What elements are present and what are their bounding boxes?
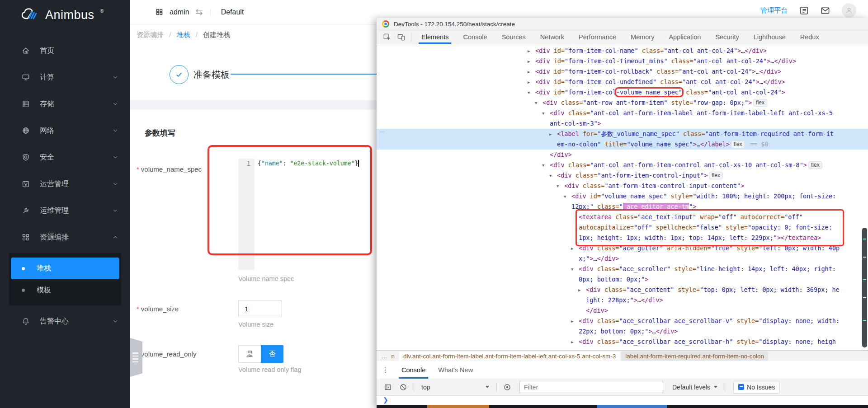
elements-scrollbar[interactable] [862,228,867,347]
tree-line[interactable]: ▼<div class="ant-form-item-control-input… [377,170,868,181]
devtools-tab-security[interactable]: Security [708,30,746,44]
devtools-tab-sources[interactable]: Sources [495,30,533,44]
live-expression-eye-icon[interactable] [503,383,511,391]
crumb-label-selected[interactable]: label.ant-form-item-required.ant-form-it… [621,352,768,361]
kebab-menu-icon[interactable]: ⋮ [382,366,389,374]
volume-name-spec-editor[interactable]: 1 {"name": "e2e-stack-volume"} [238,159,367,270]
expand-arrow-open-icon[interactable]: ▼ [571,264,579,275]
breadcrumb-orchestration[interactable]: 资源编排 [137,31,164,38]
tree-line[interactable]: </div> [377,150,868,160]
admin-platform-link[interactable]: 管理平台 [760,6,788,15]
tree-line[interactable]: </div> [377,305,868,316]
tree-line[interactable]: em-no-colon" title="volume_name_spec">…<… [377,139,868,150]
expand-arrow-closed-icon[interactable]: ▶ [578,285,586,295]
sidebar-item-5[interactable]: 运营管理 [0,173,130,195]
sidebar-item-4[interactable]: 安全 [0,146,130,168]
tree-line[interactable]: ▼<div id="form-item-col-volume_name_spec… [377,87,868,98]
sidebar-item-0[interactable]: 首页 [0,40,130,61]
volume-size-input[interactable] [238,300,282,317]
avatar[interactable] [842,3,856,18]
sidebar-item-alarm[interactable]: 告警中心 [0,310,130,332]
tree-line[interactable]: <textarea class="ace_text-input" wrap="o… [377,212,868,222]
device-toolbar-icon[interactable] [397,33,406,42]
tree-line[interactable]: ▶<div id="form-item-col-name" class="ant… [377,46,868,56]
tree-line[interactable]: ▼<div class="ant-form-item-control-input… [377,181,868,191]
node-hover-ellipsis[interactable]: … [379,127,386,134]
crumb-label-div[interactable]: div.ant-col.ant-form-item-label.ant-form… [399,352,620,361]
tree-line[interactable]: autocapitalize="off" spellcheck="false" … [377,222,868,233]
no-issues-button[interactable]: No Issues [733,381,780,394]
sidebar-subitem[interactable]: 堆栈 [11,258,119,279]
tree-line[interactable]: ▼<div class="ant-col ant-form-item-label… [377,108,868,118]
tree-line[interactable]: ▼<div class="ant-col ant-form-item-contr… [377,160,868,170]
drawer-tab-whats-new[interactable]: What's New [432,361,479,379]
toggle-yes-button[interactable]: 是 [238,345,261,363]
context-selector[interactable]: top [421,384,489,391]
tree-line[interactable]: ▶<label for="参数_volume_name_spec" class=… [377,129,868,139]
drawer-tab-console[interactable]: Console [395,361,432,379]
sidebar-item-7[interactable]: 资源编排 [0,226,130,248]
devtools-tab-application[interactable]: Application [661,30,708,44]
tree-line[interactable]: 1px; height: 1px; width: 1px; top: 14px;… [377,233,868,243]
sidebar-item-1[interactable]: 计算 [0,66,130,88]
inspect-element-icon[interactable] [383,33,392,42]
devtools-tab-redux[interactable]: Redux [793,30,826,44]
log-levels-dropdown[interactable]: Default levels [672,384,717,391]
sidebar-subitem[interactable]: 模板 [11,279,119,301]
tree-line[interactable]: ▶<div id="form-item-col-undefined" class… [377,77,868,87]
tree-line[interactable]: ▶<div id="form-item-col-rollback" class=… [377,66,868,77]
sidebar-item-6[interactable]: 运维管理 [0,200,130,221]
expand-arrow-open-icon[interactable]: ▼ [557,181,564,192]
tree-line[interactable]: ant-col-sm-3"> [377,118,868,129]
tree-line[interactable]: ▶<div id="form-item-col-timeout_mins" cl… [377,56,868,66]
tree-line[interactable]: ▼<div class="ant-row ant-form-item" styl… [377,98,868,108]
expand-arrow-closed-icon[interactable]: ▶ [549,129,557,140]
tree-line[interactable]: 0px; bottom: 0px;"> [377,274,868,285]
current-project[interactable]: Default [221,8,244,16]
expand-arrow-closed-icon[interactable]: ▶ [528,46,535,56]
expand-arrow-closed-icon[interactable]: ▶ [528,77,535,88]
expand-arrow-closed-icon[interactable]: ▶ [528,67,535,77]
current-user[interactable]: admin [170,8,189,16]
sidebar-item-3[interactable]: 网络 [0,120,130,141]
breadcrumb-stack[interactable]: 堆栈 [177,31,190,38]
collapse-drawer-handle[interactable] [130,338,142,377]
tree-line[interactable]: ▶<div class="ace_scrollbar ace_scrollbar… [377,337,868,347]
devtools-tab-elements[interactable]: Elements [414,30,456,44]
flex-badge[interactable]: flex [731,141,745,148]
expand-arrow-open-icon[interactable]: ▼ [564,192,571,202]
tree-line[interactable]: 12px;" class=" ace_editor ace-tm"> [377,202,868,212]
devtools-tab-network[interactable]: Network [533,30,571,44]
flex-badge[interactable]: flex [753,99,767,107]
tree-line[interactable]: ▼<div class="ace_scroller" style="line-h… [377,264,868,274]
console-filter-input[interactable] [519,381,663,393]
expand-arrow-open-icon[interactable]: ▼ [528,88,535,98]
app-grid-icon[interactable] [156,8,163,16]
devtools-tab-performance[interactable]: Performance [571,30,623,44]
console-sidebar-toggle-icon[interactable] [384,383,392,391]
expand-arrow-open-icon[interactable]: ▼ [535,98,542,108]
tree-line[interactable]: x;">…</div> [377,253,868,264]
tree-line[interactable]: 22px; bottom: 0px;">…</div> [377,326,868,337]
expand-arrow-closed-icon[interactable]: ▶ [528,56,535,67]
mail-icon[interactable] [821,6,830,15]
editor-code-line[interactable]: {"name": "e2e-stack-volume"} [258,160,359,167]
expand-arrow-closed-icon[interactable]: ▶ [571,316,579,327]
expand-arrow-open-icon[interactable]: ▼ [542,160,550,171]
tree-line[interactable]: ▶<div class="ace_content" style="top: 0p… [377,285,868,295]
clear-console-icon[interactable] [399,383,407,391]
document-list-icon[interactable] [799,6,809,15]
sidebar-item-2[interactable]: 存储 [0,93,130,115]
toggle-no-button[interactable]: 否 [261,345,283,363]
tree-line[interactable]: ight: 228px;">…</div> [377,295,868,305]
switch-user-icon[interactable]: ⇆ [196,7,203,17]
expand-arrow-open-icon[interactable]: ▼ [542,108,550,119]
devtools-tab-lighthouse[interactable]: Lighthouse [746,30,793,44]
tree-line[interactable]: ▶<div class="ace_gutter" aria-hidden="tr… [377,243,868,253]
flex-badge[interactable]: flex [709,172,723,179]
devtools-tab-console[interactable]: Console [456,30,494,44]
devtools-titlebar[interactable]: DevTools - 172.20.154.250/heat/stack/cre… [377,18,868,30]
flex-badge[interactable]: flex [808,161,822,169]
tree-line[interactable]: ▼<div id="volume_name_spec" style="width… [377,191,868,202]
expand-arrow-closed-icon[interactable]: ▶ [571,244,579,254]
